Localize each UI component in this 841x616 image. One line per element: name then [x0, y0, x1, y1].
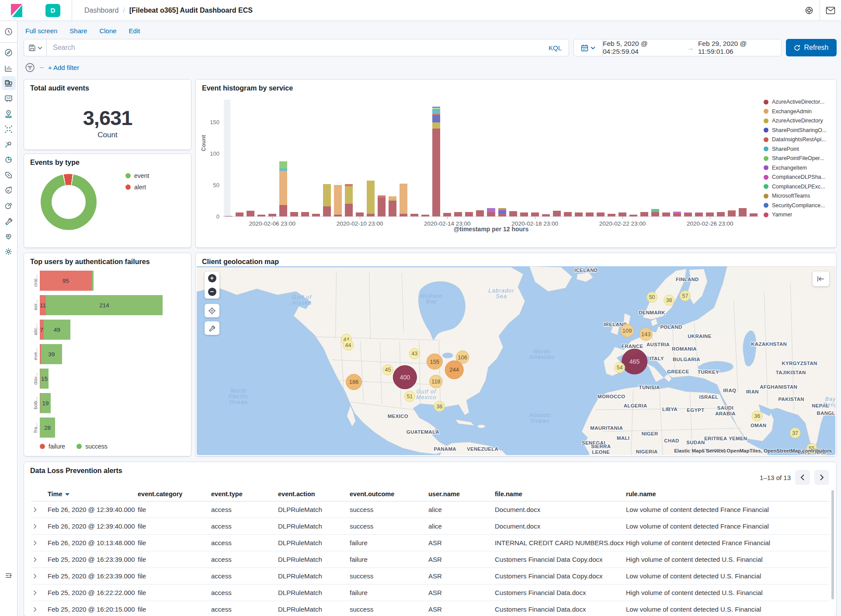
histogram-bar[interactable]: [443, 100, 451, 216]
zoom-in-button[interactable]: +: [205, 271, 219, 285]
histogram-bar[interactable]: [225, 100, 233, 216]
histogram-bar[interactable]: [684, 100, 692, 216]
wrench-icon[interactable]: [205, 321, 219, 335]
column-header-event.type[interactable]: event.type: [209, 487, 276, 501]
next-page-button[interactable]: [814, 470, 829, 485]
panel-title[interactable]: Data Loss Prevention alerts: [24, 462, 836, 475]
histogram-bar[interactable]: [421, 100, 429, 216]
histogram-bar[interactable]: [553, 100, 561, 216]
histogram-bar[interactable]: [509, 100, 517, 216]
legend-item-sp[interactable]: SharePoint: [764, 146, 832, 152]
histogram-bar[interactable]: [542, 100, 550, 216]
panel-title[interactable]: Client geolocation map: [196, 253, 836, 266]
map-bubble-400[interactable]: 400: [393, 365, 417, 389]
nav-uptime[interactable]: [2, 183, 16, 197]
legend-item-sps[interactable]: SharePointSharingO...: [764, 127, 832, 133]
panel-title[interactable]: Events by type: [24, 154, 191, 167]
expand-row-icon[interactable]: [33, 539, 38, 546]
histogram-bar[interactable]: [564, 100, 572, 216]
column-header-file.name[interactable]: file.name: [493, 487, 624, 501]
map-bubble-244[interactable]: 244: [445, 361, 463, 379]
legend-item-event[interactable]: event: [125, 172, 149, 179]
histogram-bar[interactable]: [476, 100, 484, 216]
saved-query-button[interactable]: [24, 39, 47, 56]
auth-bar-success[interactable]: 214: [46, 295, 163, 315]
expand-row-icon[interactable]: [33, 589, 38, 596]
auth-bar-failure[interactable]: 11: [40, 295, 46, 315]
histogram-bar[interactable]: [750, 100, 758, 216]
map-bubble-43[interactable]: 43: [409, 348, 420, 359]
map-bubble-155[interactable]: 155: [427, 354, 442, 369]
column-header-Time[interactable]: Time: [46, 487, 136, 501]
nav-maps[interactable]: [2, 107, 16, 121]
nav-discover[interactable]: [2, 45, 16, 59]
map-bubble-465[interactable]: 465: [622, 349, 647, 374]
expand-row-icon[interactable]: [33, 523, 38, 530]
histogram-bar[interactable]: [728, 100, 736, 216]
legend-item-sec[interactable]: SecurityCompliance...: [764, 202, 832, 209]
histogram-bar[interactable]: [619, 100, 626, 216]
histogram-bar[interactable]: [717, 100, 725, 216]
histogram-bar[interactable]: [367, 100, 375, 216]
histogram-bar[interactable]: [247, 100, 254, 216]
nav-stack-management[interactable]: [2, 244, 16, 258]
nav-collapse-icon[interactable]: [2, 568, 16, 582]
nav-siem[interactable]: [2, 229, 16, 243]
search-input[interactable]: [47, 44, 542, 52]
table-scrollbar[interactable]: [831, 490, 834, 599]
auth-bar-success[interactable]: 28: [40, 418, 55, 438]
map-bubble-44[interactable]: 44: [343, 340, 354, 350]
nav-visualize[interactable]: [2, 61, 16, 75]
column-header-event.outcome[interactable]: event.outcome: [348, 487, 427, 501]
column-header-user.name[interactable]: user.name: [427, 487, 493, 501]
legend-item-spf[interactable]: SharePointFileOper...: [764, 155, 832, 161]
panel-title[interactable]: Total audit events: [24, 80, 191, 92]
histogram-bar[interactable]: [651, 100, 659, 216]
histogram-bar[interactable]: [432, 100, 440, 216]
histogram-bar[interactable]: [290, 100, 298, 216]
histogram-bar[interactable]: [279, 100, 287, 216]
help-icon[interactable]: [799, 0, 820, 21]
prev-page-button[interactable]: [795, 470, 810, 485]
refresh-button[interactable]: Refresh: [786, 39, 837, 56]
histogram-bar[interactable]: [673, 100, 681, 216]
legend-item-aad2[interactable]: AzureActiveDirectory: [764, 118, 832, 124]
query-language-button[interactable]: KQL: [542, 44, 569, 52]
histogram-bar[interactable]: [236, 100, 243, 216]
map-bubble-38[interactable]: 38: [434, 401, 445, 412]
legend-item-aad[interactable]: AzureActiveDirector...: [764, 99, 832, 105]
map-bubble-51[interactable]: 51: [404, 391, 415, 402]
histogram-bar[interactable]: [739, 100, 747, 216]
crosshair-icon[interactable]: [205, 304, 219, 317]
histogram-bar[interactable]: [520, 100, 528, 216]
histogram-bar[interactable]: [531, 100, 539, 216]
histogram-bar[interactable]: [323, 100, 331, 216]
nav-canvas[interactable]: [2, 91, 16, 105]
map-bubble-50[interactable]: 50: [647, 292, 657, 303]
breadcrumb-dashboard[interactable]: Dashboard: [84, 7, 118, 14]
nav-machine-learning[interactable]: [2, 122, 16, 136]
map-bubble-109[interactable]: 109: [621, 324, 634, 337]
nav-security[interactable]: [2, 137, 16, 151]
auth-bar-failure[interactable]: 95: [40, 271, 92, 291]
histogram-bar[interactable]: [498, 100, 506, 216]
histogram-bar[interactable]: [465, 100, 473, 216]
legend-item-mst[interactable]: MicrosoftTeams: [764, 193, 832, 199]
map-bubble-37[interactable]: 37: [790, 428, 800, 438]
histogram-bar[interactable]: [629, 100, 637, 216]
legend-item-cde[interactable]: ComplianceDLPExc...: [764, 184, 832, 190]
map-bubble-36[interactable]: 36: [752, 411, 762, 421]
auth-bar-success[interactable]: 19: [40, 393, 51, 413]
histogram-bar[interactable]: [597, 100, 605, 216]
map-bubble-57[interactable]: 57: [680, 291, 690, 301]
map-bubble-186[interactable]: 186: [346, 374, 362, 390]
histogram-bar[interactable]: [312, 100, 320, 216]
panel-title[interactable]: Event histogram by service: [196, 80, 836, 92]
histogram-bar[interactable]: [389, 100, 396, 216]
expand-row-icon[interactable]: [33, 573, 38, 580]
feedback-mail-icon[interactable]: [820, 0, 841, 21]
legend-item-exi[interactable]: ExchangeItem: [764, 165, 832, 171]
nav-dev-tools[interactable]: [2, 168, 16, 182]
legend-item-yam[interactable]: Yammer: [764, 212, 832, 218]
histogram-bar[interactable]: [640, 100, 648, 216]
